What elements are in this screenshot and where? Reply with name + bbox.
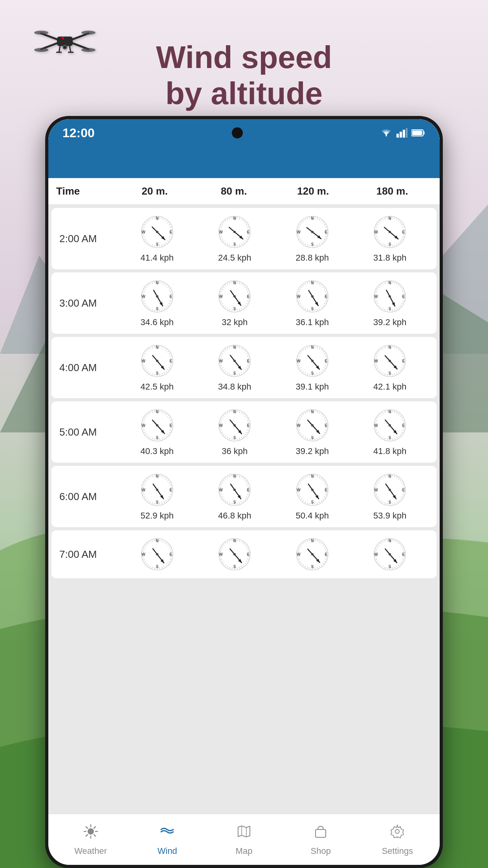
svg-point-17 — [385, 135, 387, 136]
svg-rect-23 — [423, 131, 425, 134]
svg-line-450 — [237, 346, 237, 348]
nav-icon-wind — [159, 823, 176, 844]
svg-text:N: N — [156, 539, 158, 543]
svg-text:E: E — [169, 552, 172, 557]
nav-item-shop[interactable]: Shop — [283, 823, 359, 856]
svg-line-626 — [237, 411, 237, 412]
wind-speed-value: 36 kph — [222, 446, 248, 456]
svg-point-244 — [156, 295, 158, 298]
svg-line-696 — [387, 439, 388, 440]
svg-line-423 — [248, 363, 250, 364]
nav-item-weather[interactable]: Weather — [52, 823, 129, 856]
wind-cell: N S W E 52.9 kph — [118, 472, 196, 521]
time-cell: 4:00 AM — [59, 362, 118, 374]
svg-text:S: S — [311, 242, 314, 246]
nav-item-wind[interactable]: Wind — [129, 823, 205, 856]
compass-dial: N S W E — [372, 472, 407, 508]
svg-line-501 — [325, 358, 327, 359]
svg-line-439 — [220, 363, 222, 364]
svg-line-404 — [154, 346, 155, 348]
svg-text:S: S — [389, 371, 391, 375]
svg-line-115 — [325, 234, 327, 235]
svg-text:W: W — [219, 423, 223, 428]
svg-text:N: N — [311, 216, 314, 221]
svg-text:N: N — [233, 474, 236, 478]
svg-text:S: S — [311, 371, 314, 375]
svg-line-659 — [297, 428, 299, 428]
svg-line-159 — [403, 234, 405, 235]
svg-line-316 — [310, 282, 310, 283]
status-icons — [380, 128, 426, 138]
wind-cell: N S W E — [273, 537, 351, 572]
svg-text:W: W — [374, 359, 378, 363]
svg-point-464 — [233, 360, 236, 362]
svg-line-1002 — [315, 568, 315, 569]
svg-point-552 — [389, 360, 391, 362]
svg-line-1011 — [297, 557, 299, 557]
svg-line-237 — [170, 294, 172, 294]
svg-text:S: S — [311, 565, 314, 569]
svg-text:S: S — [156, 307, 158, 311]
svg-line-925 — [142, 552, 144, 552]
table-row: 6:00 AM N S W E 52.9 kph N S W E 46.8 kp… — [51, 466, 437, 527]
svg-line-545 — [403, 358, 405, 359]
svg-point-420 — [156, 360, 158, 362]
svg-rect-21 — [406, 128, 407, 138]
compass-dial: N S W E — [295, 408, 330, 443]
svg-text:N: N — [233, 345, 236, 349]
svg-text:N: N — [389, 345, 391, 349]
svg-text:N: N — [233, 410, 236, 414]
svg-text:N: N — [156, 281, 158, 285]
nav-icon-map — [236, 823, 252, 844]
svg-text:W: W — [141, 294, 145, 299]
svg-text:W: W — [374, 423, 378, 428]
svg-line-175 — [375, 234, 377, 235]
svg-line-413 — [170, 358, 172, 359]
svg-line-731 — [170, 492, 172, 493]
svg-point-332 — [311, 295, 314, 298]
svg-line-916 — [154, 568, 155, 569]
wind-speed-value: 50.4 kph — [296, 511, 329, 521]
svg-line-184 — [387, 217, 388, 219]
svg-text:E: E — [247, 359, 250, 363]
svg-text:S: S — [389, 565, 391, 569]
wind-speed-value: 39.2 kph — [296, 446, 329, 456]
wind-speed-value: 41.8 kph — [373, 446, 406, 456]
svg-line-80 — [232, 245, 233, 247]
svg-text:E: E — [247, 552, 250, 557]
nav-item-settings[interactable]: Settings — [359, 823, 436, 856]
svg-line-212 — [154, 310, 155, 311]
svg-line-934 — [160, 540, 160, 541]
wind-cell: N S W E — [118, 537, 196, 572]
svg-line-615 — [220, 428, 222, 428]
table-header: Time 20 m. 80 m. 120 m. 180 m. — [48, 178, 440, 205]
wind-speed-value: 36.1 kph — [296, 317, 329, 327]
svg-text:E: E — [247, 488, 250, 492]
svg-line-142 — [315, 217, 315, 219]
nav-icon-shop — [312, 823, 329, 844]
nav-label-map: Map — [236, 846, 253, 856]
svg-line-335 — [403, 299, 405, 299]
page-title: Wind speed by altitude — [0, 39, 488, 112]
svg-text:W: W — [141, 488, 145, 492]
svg-line-670 — [315, 411, 315, 412]
svg-line-131 — [297, 234, 299, 235]
svg-text:N: N — [389, 474, 391, 478]
svg-text:N: N — [389, 281, 391, 285]
svg-line-124 — [310, 245, 310, 247]
svg-text:N: N — [233, 216, 236, 221]
svg-line-624 — [232, 411, 233, 412]
svg-text:E: E — [247, 230, 250, 234]
svg-line-582 — [160, 411, 160, 412]
svg-line-844 — [310, 475, 310, 477]
wind-speed-value: 42.5 kph — [141, 382, 174, 392]
svg-line-360 — [387, 282, 388, 283]
svg-text:S: S — [311, 436, 314, 440]
nav-icon-settings — [389, 823, 405, 844]
wind-speed-value: 39.2 kph — [373, 317, 406, 327]
svg-line-256 — [232, 310, 233, 311]
compass-dial: N S W E — [295, 279, 330, 314]
nav-item-map[interactable]: Map — [205, 823, 282, 856]
svg-line-907 — [170, 557, 172, 557]
svg-line-978 — [237, 540, 237, 541]
